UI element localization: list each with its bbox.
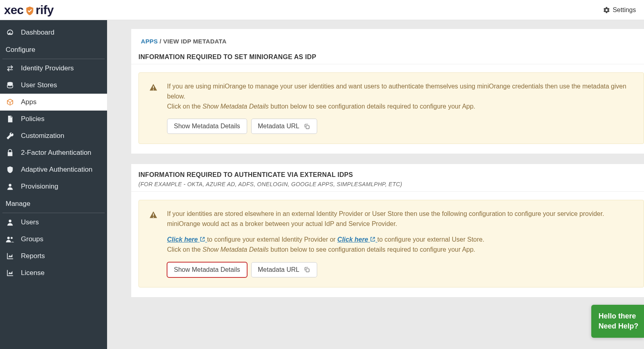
alert-external-idps: If your identities are stored elsewhere … bbox=[138, 200, 644, 287]
alert-text-line1: If your identities are stored elsewhere … bbox=[167, 209, 634, 229]
sidebar-item-label: Identity Providers bbox=[21, 64, 74, 72]
gear-icon bbox=[603, 6, 610, 14]
alert-text-line3: Click on the Show Metadata Details butto… bbox=[167, 245, 634, 255]
alert-text-links: Click here to configure your external Id… bbox=[167, 235, 634, 245]
alert-text-line2: Click on the Show Metadata Details butto… bbox=[167, 102, 634, 112]
svg-point-3 bbox=[7, 237, 10, 239]
sidebar-item-label: 2-Factor Authentication bbox=[21, 149, 91, 157]
metadata-url-label: Metadata URL bbox=[258, 266, 299, 273]
panel-idp-metadata: APPS / VIEW IDP METADATA INFORMATION REQ… bbox=[131, 29, 644, 154]
wrench-icon bbox=[6, 132, 14, 140]
shield-check-icon bbox=[25, 6, 35, 16]
warning-icon bbox=[149, 211, 157, 219]
sidebar-item-dashboard[interactable]: Dashboard bbox=[0, 24, 107, 41]
sidebar-item-label: Customization bbox=[21, 132, 64, 140]
exchange-icon bbox=[6, 64, 14, 72]
logo-prefix: xec bbox=[4, 3, 24, 17]
brand-logo: xec rify bbox=[4, 3, 54, 17]
warning-icon bbox=[149, 83, 157, 91]
sidebar-item-provisioning[interactable]: Provisioning bbox=[0, 178, 107, 195]
settings-label: Settings bbox=[613, 6, 636, 14]
sidebar-item-label: Reports bbox=[21, 252, 45, 260]
sidebar-section-manage: Manage bbox=[0, 195, 107, 212]
user-icon bbox=[6, 183, 14, 191]
section-title-external-idps: INFORMATION REQUIRED TO AUTHENTICATE VIA… bbox=[131, 171, 644, 179]
sidebar-item-license[interactable]: License bbox=[0, 265, 107, 281]
section-divider bbox=[131, 191, 644, 192]
breadcrumb-current: VIEW IDP METADATA bbox=[163, 38, 226, 45]
settings-link[interactable]: Settings bbox=[603, 6, 636, 14]
sidebar-divider bbox=[2, 213, 105, 213]
help-line2: Need Help? bbox=[599, 321, 638, 331]
panel-external-idps: INFORMATION REQUIRED TO AUTHENTICATE VIA… bbox=[131, 164, 644, 297]
section-title-miniorange-idp: INFORMATION REQUIRED TO SET MINIORANGE A… bbox=[131, 53, 644, 64]
document-icon bbox=[6, 115, 14, 123]
sidebar-item-label: Dashboard bbox=[21, 29, 54, 37]
copy-icon bbox=[303, 123, 310, 130]
cube-icon bbox=[6, 98, 14, 106]
help-widget[interactable]: Hello there Need Help? bbox=[591, 305, 644, 338]
show-metadata-button[interactable]: Show Metadata Details bbox=[167, 119, 247, 134]
copy-icon bbox=[303, 266, 310, 273]
content-area: APPS / VIEW IDP METADATA INFORMATION REQ… bbox=[107, 20, 644, 349]
sidebar-item-label: User Stores bbox=[21, 81, 57, 89]
sidebar-item-apps[interactable]: Apps bbox=[0, 94, 107, 111]
users-icon bbox=[6, 235, 14, 243]
breadcrumb-sep: / bbox=[158, 38, 163, 45]
chart-icon bbox=[6, 252, 14, 260]
breadcrumb: APPS / VIEW IDP METADATA bbox=[131, 29, 644, 53]
dashboard-icon bbox=[6, 29, 14, 37]
shield-icon bbox=[6, 166, 14, 174]
sidebar-item-label: Adaptive Authentication bbox=[21, 166, 93, 174]
sidebar-item-2fa[interactable]: 2-Factor Authentication bbox=[0, 144, 107, 161]
database-icon bbox=[6, 81, 14, 89]
sidebar-item-label: Users bbox=[21, 218, 39, 226]
help-line1: Hello there bbox=[599, 311, 638, 321]
sidebar-item-groups[interactable]: Groups bbox=[0, 231, 107, 248]
sidebar-item-policies[interactable]: Policies bbox=[0, 111, 107, 127]
sidebar-item-users[interactable]: Users bbox=[0, 214, 107, 231]
svg-point-1 bbox=[9, 184, 12, 187]
metadata-url-button[interactable]: Metadata URL bbox=[251, 262, 317, 277]
sidebar-item-identity-providers[interactable]: Identity Providers bbox=[0, 60, 107, 77]
svg-point-2 bbox=[9, 220, 12, 222]
sidebar-item-label: Provisioning bbox=[21, 183, 58, 191]
configure-idp-link[interactable]: Click here bbox=[167, 236, 207, 243]
svg-rect-6 bbox=[306, 269, 309, 272]
alert-miniorange-idp: If you are using miniOrange to manage yo… bbox=[138, 72, 644, 144]
chart-icon bbox=[6, 269, 14, 277]
sidebar-item-label: Apps bbox=[21, 98, 37, 106]
sidebar-item-adaptive[interactable]: Adaptive Authentication bbox=[0, 161, 107, 178]
sidebar-divider bbox=[2, 59, 105, 59]
sidebar-item-label: License bbox=[21, 269, 45, 277]
topbar: xec rify Settings bbox=[0, 0, 644, 20]
sidebar-item-label: Policies bbox=[21, 115, 45, 123]
logo-suffix: rify bbox=[36, 3, 54, 17]
metadata-url-button[interactable]: Metadata URL bbox=[251, 119, 317, 134]
lock-icon bbox=[6, 149, 14, 157]
button-row: Show Metadata Details Metadata URL bbox=[167, 119, 634, 134]
section-subtitle-external-idps: (FOR EXAMPLE - OKTA, AZURE AD, ADFS, ONE… bbox=[131, 179, 644, 187]
sidebar-item-reports[interactable]: Reports bbox=[0, 248, 107, 265]
sidebar-section-configure: Configure bbox=[0, 41, 107, 58]
alert-text-line1: If you are using miniOrange to manage yo… bbox=[167, 82, 634, 102]
sidebar-item-user-stores[interactable]: User Stores bbox=[0, 77, 107, 94]
user-icon bbox=[6, 218, 14, 226]
metadata-url-label: Metadata URL bbox=[258, 123, 299, 130]
sidebar-item-customization[interactable]: Customization bbox=[0, 127, 107, 144]
breadcrumb-apps-link[interactable]: APPS bbox=[141, 38, 158, 45]
svg-point-4 bbox=[10, 237, 12, 239]
button-row: Show Metadata Details Metadata URL bbox=[167, 262, 634, 277]
show-metadata-button[interactable]: Show Metadata Details bbox=[167, 262, 247, 277]
sidebar-item-label: Groups bbox=[21, 235, 43, 243]
svg-rect-5 bbox=[306, 125, 309, 129]
sidebar: Dashboard Configure Identity Providers U… bbox=[0, 20, 107, 349]
configure-userstore-link[interactable]: Click here bbox=[337, 236, 377, 243]
